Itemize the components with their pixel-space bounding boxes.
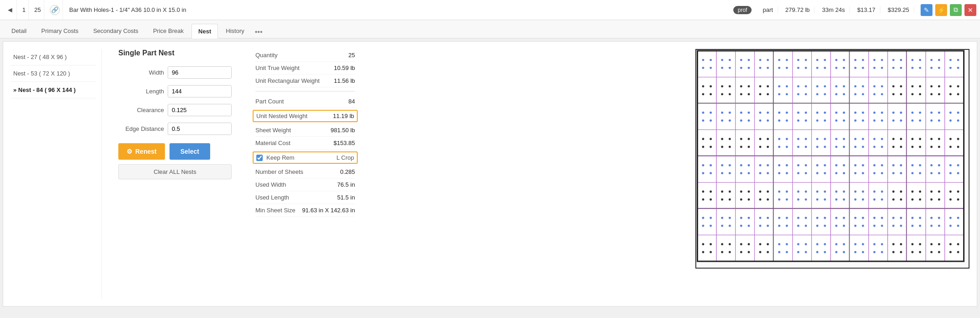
svg-rect-444 — [850, 183, 869, 209]
svg-point-581 — [797, 243, 800, 245]
svg-rect-533 — [888, 209, 907, 235]
svg-point-50 — [881, 59, 883, 61]
edit-button[interactable]: ✎ — [921, 4, 932, 16]
svg-point-461 — [892, 198, 895, 200]
svg-point-411 — [747, 198, 750, 200]
svg-point-288 — [854, 146, 857, 148]
edge-input[interactable] — [168, 123, 232, 135]
select-button[interactable]: Select — [170, 143, 210, 160]
svg-point-392 — [949, 172, 952, 174]
clear-all-button[interactable]: Clear ALL Nests — [118, 164, 232, 179]
svg-point-578 — [778, 251, 780, 253]
nest-item-53[interactable]: Nest - 53 ( 72 X 120 ) — [11, 65, 96, 82]
svg-rect-69 — [945, 51, 964, 77]
svg-rect-284 — [850, 130, 869, 156]
close-button[interactable]: ✕ — [964, 4, 976, 16]
svg-rect-59 — [907, 51, 926, 77]
copy-button[interactable]: ⧉ — [950, 4, 962, 16]
svg-point-41 — [835, 67, 837, 69]
svg-rect-149 — [926, 77, 945, 104]
bolt-button[interactable]: ⚡ — [935, 4, 947, 16]
svg-point-280 — [835, 138, 837, 140]
svg-point-163 — [710, 112, 712, 114]
svg-point-480 — [957, 198, 959, 200]
svg-point-227 — [930, 119, 932, 122]
tab-more[interactable]: ••• — [252, 26, 265, 38]
part-title: Bar With Holes-1 - 1/4" A36 10.0 in X 15… — [66, 6, 731, 13]
svg-point-349 — [805, 164, 807, 167]
svg-point-571 — [759, 243, 761, 245]
svg-point-387 — [930, 172, 932, 174]
length-input[interactable] — [168, 86, 232, 97]
cost2-stat: $329.25 — [883, 6, 914, 13]
svg-point-153 — [930, 93, 932, 95]
svg-point-301 — [892, 146, 895, 148]
nest-item-27[interactable]: Nest - 27 ( 48 X 96 ) — [11, 49, 96, 65]
svg-point-73 — [957, 67, 959, 69]
svg-rect-502 — [773, 209, 793, 235]
svg-rect-475 — [945, 183, 964, 209]
svg-point-115 — [816, 93, 818, 95]
svg-point-210 — [881, 112, 883, 114]
svg-point-365 — [862, 164, 864, 167]
svg-point-522 — [843, 225, 845, 227]
svg-rect-265 — [793, 130, 812, 156]
svg-rect-259 — [773, 130, 793, 156]
svg-point-434 — [824, 190, 826, 193]
tab-primary-costs[interactable]: Primary Costs — [34, 23, 85, 38]
svg-point-583 — [797, 251, 800, 253]
svg-point-341 — [767, 172, 769, 174]
svg-point-186 — [786, 119, 788, 122]
svg-rect-22 — [773, 51, 793, 77]
svg-point-60 — [911, 59, 914, 61]
svg-point-56 — [900, 59, 902, 61]
svg-point-196 — [824, 119, 826, 122]
svg-rect-384 — [926, 156, 945, 183]
svg-point-510 — [797, 225, 800, 227]
svg-point-78 — [702, 93, 704, 95]
tab-nest[interactable]: Nest — [191, 24, 218, 38]
tab-history[interactable]: History — [219, 23, 251, 38]
svg-point-565 — [740, 243, 742, 245]
svg-point-168 — [729, 112, 731, 114]
svg-point-597 — [854, 243, 857, 245]
svg-point-245 — [729, 146, 731, 148]
nest-item-84[interactable]: Nest - 84 ( 96 X 144 ) — [11, 82, 96, 98]
svg-point-372 — [881, 172, 883, 174]
svg-point-158 — [957, 85, 959, 87]
svg-point-467 — [911, 198, 914, 200]
svg-point-524 — [854, 217, 857, 219]
svg-point-195 — [816, 119, 818, 122]
svg-rect-303 — [907, 130, 926, 156]
svg-point-555 — [702, 243, 704, 245]
svg-rect-252 — [754, 130, 773, 156]
svg-point-170 — [729, 119, 731, 122]
svg-point-167 — [721, 112, 723, 114]
svg-point-286 — [854, 138, 857, 140]
svg-point-51 — [873, 67, 875, 69]
svg-point-239 — [710, 146, 712, 148]
tab-detail[interactable]: Detail — [5, 23, 33, 38]
svg-rect-296 — [888, 130, 907, 156]
renest-button[interactable]: ⚙ Renest — [118, 143, 165, 160]
svg-point-346 — [786, 172, 788, 174]
back-arrow[interactable]: ◄ — [4, 0, 17, 20]
svg-point-409 — [747, 190, 750, 193]
link-badge[interactable]: 🔗 — [47, 0, 63, 20]
svg-point-449 — [862, 198, 864, 200]
keep-rem-checkbox[interactable] — [256, 155, 263, 161]
clearance-input[interactable] — [168, 104, 232, 116]
width-input[interactable] — [168, 67, 232, 78]
svg-point-558 — [710, 251, 712, 253]
svg-point-625 — [949, 251, 952, 253]
svg-point-116 — [824, 93, 826, 95]
tab-secondary-costs[interactable]: Secondary Costs — [86, 23, 145, 38]
tab-price-break[interactable]: Price Break — [146, 23, 191, 38]
svg-point-275 — [816, 146, 818, 148]
stats-panel: Quantity 25 Unit True Weight 10.59 lb Un… — [248, 49, 362, 299]
svg-point-127 — [862, 85, 864, 87]
svg-point-327 — [721, 164, 723, 167]
svg-point-225 — [930, 112, 932, 114]
svg-point-557 — [702, 251, 704, 253]
svg-point-157 — [949, 85, 952, 87]
